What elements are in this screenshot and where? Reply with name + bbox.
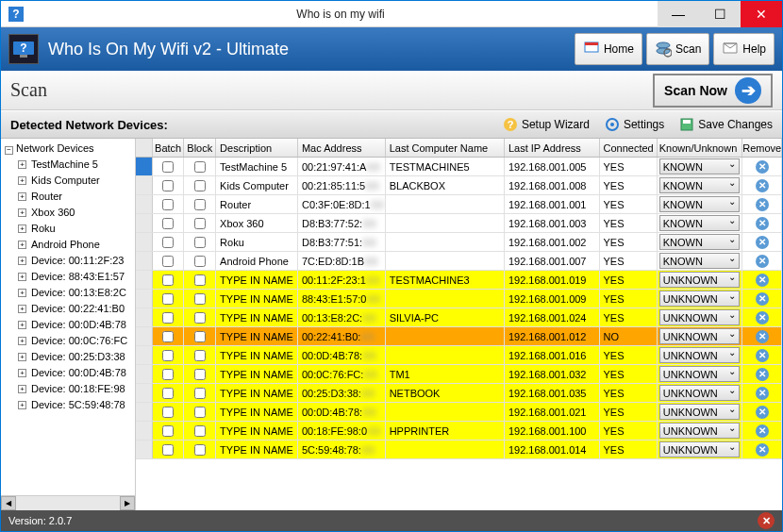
description-cell[interactable]: TYPE IN NAME — [216, 422, 298, 440]
block-cell[interactable] — [184, 384, 216, 402]
block-cell[interactable] — [184, 233, 216, 251]
block-checkbox[interactable] — [194, 407, 206, 418]
known-select[interactable]: UNKNOWN — [659, 347, 741, 363]
block-checkbox[interactable] — [194, 331, 206, 342]
batch-cell[interactable] — [153, 195, 185, 213]
remove-cell[interactable]: ✕ — [742, 233, 782, 251]
remove-cell[interactable]: ✕ — [742, 158, 782, 175]
table-row[interactable]: TYPE IN NAME00:11:2F:23:1XXTESTMACHINE31… — [136, 271, 782, 290]
computer-name-cell[interactable]: TESTMACHINE3 — [386, 271, 505, 289]
remove-cell[interactable]: ✕ — [742, 176, 782, 194]
batch-cell[interactable] — [153, 158, 185, 175]
description-cell[interactable]: Kids Computer — [216, 176, 298, 194]
expand-icon[interactable]: + — [18, 241, 26, 249]
batch-checkbox[interactable] — [162, 180, 174, 191]
block-checkbox[interactable] — [194, 312, 206, 324]
remove-icon[interactable]: ✕ — [756, 236, 769, 249]
block-cell[interactable] — [184, 195, 216, 213]
computer-name-cell[interactable]: HPPRINTER — [386, 422, 505, 440]
batch-checkbox[interactable] — [162, 331, 174, 342]
tree-item[interactable]: +Kids Computer — [3, 173, 133, 189]
table-row[interactable]: TYPE IN NAME00:0D:4B:78:XX192.168.001.01… — [136, 346, 782, 365]
remove-icon[interactable]: ✕ — [756, 443, 769, 457]
description-cell[interactable]: TYPE IN NAME — [216, 308, 298, 326]
description-cell[interactable]: TYPE IN NAME — [216, 365, 298, 383]
expand-icon[interactable]: + — [18, 321, 26, 329]
collapse-icon[interactable]: − — [5, 146, 13, 155]
computer-name-cell[interactable] — [386, 346, 505, 364]
block-cell[interactable] — [184, 403, 216, 421]
settings-button[interactable]: Settings — [605, 117, 664, 132]
batch-checkbox[interactable] — [162, 256, 174, 267]
description-cell[interactable]: TYPE IN NAME — [216, 384, 298, 402]
batch-checkbox[interactable] — [162, 199, 174, 210]
table-row[interactable]: TYPE IN NAME88:43:E1:57:0XX192.168.001.0… — [136, 290, 782, 308]
block-checkbox[interactable] — [194, 388, 206, 399]
computer-name-cell[interactable] — [386, 290, 505, 308]
batch-checkbox[interactable] — [162, 293, 174, 305]
tree-item[interactable]: +Device: 00:13:E8:2C — [3, 285, 133, 301]
block-cell[interactable] — [184, 252, 216, 270]
known-select[interactable]: UNKNOWN — [659, 328, 741, 344]
col-ip[interactable]: Last IP Address — [505, 139, 600, 157]
batch-checkbox[interactable] — [162, 444, 174, 456]
expand-icon[interactable]: + — [18, 289, 26, 297]
batch-cell[interactable] — [153, 384, 185, 402]
block-cell[interactable] — [184, 365, 216, 383]
remove-cell[interactable]: ✕ — [742, 365, 782, 383]
computer-name-cell[interactable] — [386, 195, 505, 213]
expand-icon[interactable]: + — [18, 353, 26, 361]
description-cell[interactable]: Android Phone — [216, 252, 298, 270]
remove-icon[interactable]: ✕ — [756, 217, 769, 230]
description-cell[interactable]: TYPE IN NAME — [216, 271, 298, 289]
block-cell[interactable] — [184, 441, 216, 458]
batch-checkbox[interactable] — [162, 237, 174, 248]
batch-checkbox[interactable] — [162, 369, 174, 380]
table-row[interactable]: TYPE IN NAME00:18:FE:98:0XXHPPRINTER192.… — [136, 422, 782, 441]
known-select[interactable]: KNOWN — [659, 158, 741, 175]
expand-icon[interactable]: + — [18, 176, 26, 185]
block-cell[interactable] — [184, 422, 216, 440]
known-cell[interactable]: UNKNOWN — [658, 290, 743, 308]
tree-item[interactable]: +Device: 00:0D:4B:78 — [3, 317, 133, 333]
horizontal-scrollbar[interactable]: ◀ ▶ — [1, 495, 135, 510]
table-row[interactable]: TYPE IN NAME00:0D:4B:78:XX192.168.001.02… — [136, 403, 782, 422]
remove-cell[interactable]: ✕ — [742, 308, 782, 326]
block-checkbox[interactable] — [194, 218, 206, 229]
batch-cell[interactable] — [153, 346, 185, 364]
remove-cell[interactable]: ✕ — [742, 290, 782, 308]
tree-item[interactable]: +Roku — [3, 221, 133, 237]
block-cell[interactable] — [184, 271, 216, 289]
known-cell[interactable]: UNKNOWN — [658, 422, 743, 440]
expand-icon[interactable]: + — [18, 385, 26, 393]
remove-cell[interactable]: ✕ — [742, 252, 782, 270]
col-computer-name[interactable]: Last Computer Name — [386, 139, 505, 157]
tree-item[interactable]: +Device: 00:18:FE:98 — [3, 381, 133, 397]
block-cell[interactable] — [184, 214, 216, 232]
table-row[interactable]: RokuD8:B3:77:51:XX192.168.001.002YESKNOW… — [136, 233, 782, 252]
computer-name-cell[interactable] — [386, 233, 505, 251]
tree-item[interactable]: +Device: 00:25:D3:38 — [3, 349, 133, 365]
computer-name-cell[interactable] — [386, 327, 505, 345]
known-select[interactable]: UNKNOWN — [659, 423, 741, 439]
expand-icon[interactable]: + — [18, 369, 26, 377]
known-select[interactable]: UNKNOWN — [659, 404, 741, 420]
batch-cell[interactable] — [153, 441, 185, 458]
col-known[interactable]: Known/Unknown — [658, 139, 743, 157]
col-description[interactable]: Description — [216, 139, 298, 157]
known-select[interactable]: KNOWN — [659, 253, 741, 269]
tree-item[interactable]: +Device: 00:0C:76:FC — [3, 333, 133, 349]
batch-cell[interactable] — [153, 422, 185, 440]
tree-root[interactable]: −Network Devices — [3, 141, 133, 157]
remove-cell[interactable]: ✕ — [742, 384, 782, 402]
tree-item[interactable]: +Xbox 360 — [3, 205, 133, 221]
tree-item[interactable]: +Router — [3, 189, 133, 205]
description-cell[interactable]: TYPE IN NAME — [216, 403, 298, 421]
remove-icon[interactable]: ✕ — [756, 387, 769, 400]
table-row[interactable]: Xbox 360D8:B3:77:52:XX192.168.001.003YES… — [136, 214, 782, 233]
block-cell[interactable] — [184, 346, 216, 364]
tree-item[interactable]: +Android Phone — [3, 237, 133, 253]
batch-cell[interactable] — [153, 176, 185, 194]
scan-button[interactable]: Scan — [646, 33, 709, 65]
expand-icon[interactable]: + — [18, 160, 26, 169]
